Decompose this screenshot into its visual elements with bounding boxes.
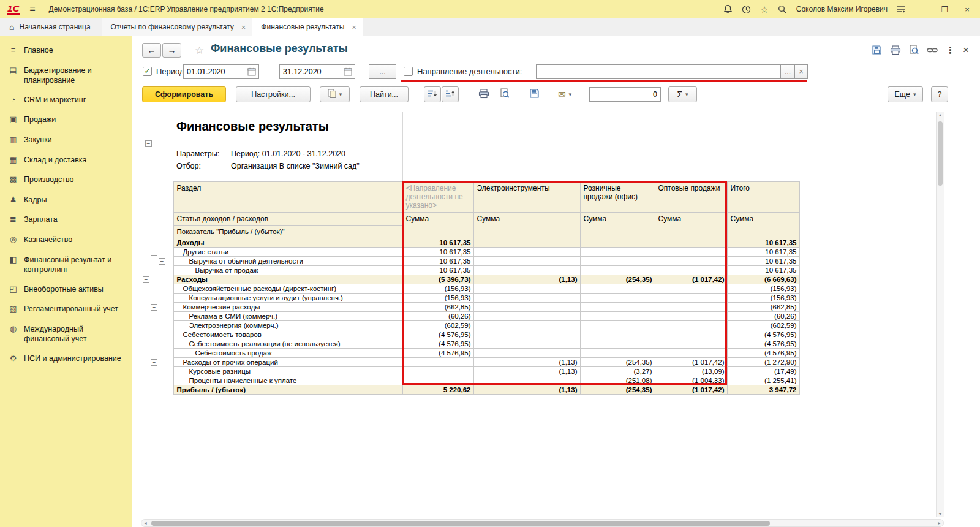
value-cell[interactable]: 10 617,35 (727, 257, 799, 266)
value-cell[interactable] (580, 266, 655, 275)
value-cell[interactable] (580, 294, 655, 303)
table-row[interactable]: −Коммерческие расходы(662,85)(662,85) (141, 303, 799, 312)
value-cell[interactable] (655, 248, 727, 257)
scroll-left-icon[interactable]: ◄ (143, 521, 148, 525)
value-cell[interactable] (580, 303, 655, 312)
row-label-cell[interactable]: Выручка от продаж (173, 266, 402, 275)
close-tab-icon[interactable]: × (241, 23, 246, 32)
value-cell[interactable] (655, 339, 727, 349)
value-cell[interactable] (655, 303, 727, 312)
horizontal-scrollbar-thumb[interactable] (151, 521, 770, 526)
sidebar-item-regulated[interactable]: ▧Регламентированный учет (0, 299, 132, 319)
value-cell[interactable]: (4 576,95) (727, 339, 799, 349)
direction-field[interactable] (536, 64, 781, 79)
row-label-cell[interactable]: Общехозяйственные расходы (директ-костин… (173, 284, 402, 294)
table-row[interactable]: −Другие статьи10 617,3510 617,35 (141, 248, 799, 257)
value-cell[interactable] (655, 330, 727, 339)
sidebar-item-sales[interactable]: ▣Продажи (0, 110, 132, 130)
value-cell[interactable] (655, 321, 727, 330)
collapse-expander[interactable]: − (151, 304, 157, 311)
value-cell[interactable] (473, 294, 580, 303)
period-from-field[interactable] (183, 64, 259, 79)
row-label-cell[interactable]: Себестоимость товаров (173, 330, 402, 339)
report-table[interactable]: Раздел<Направление деятельности не указа… (141, 181, 800, 395)
table-row[interactable]: Выручка от продаж10 617,3510 617,35 (141, 266, 799, 275)
sidebar-item-hr[interactable]: ♟Кадры (0, 190, 132, 210)
sidebar-item-salary[interactable]: ≣Зарплата (0, 210, 132, 230)
sort-descending-button[interactable] (424, 86, 441, 102)
value-cell[interactable] (580, 312, 655, 321)
collapse-expander[interactable]: − (159, 341, 165, 347)
table-row[interactable]: Себестоимость продаж(4 576,95)(4 576,95) (141, 349, 799, 358)
value-cell[interactable]: 5 220,62 (402, 385, 473, 395)
value-cell[interactable] (473, 312, 580, 321)
scroll-right-icon[interactable]: ► (937, 521, 941, 525)
value-cell[interactable]: (13,09) (655, 367, 727, 376)
tab-financial-results[interactable]: Финансовые результаты × (252, 18, 363, 36)
value-cell[interactable]: (1 017,42) (655, 358, 727, 367)
minimize-button[interactable]: – (915, 5, 929, 14)
value-cell[interactable] (655, 284, 727, 294)
more-button[interactable]: Еще ▾ (888, 86, 923, 102)
value-cell[interactable] (580, 330, 655, 339)
collapse-all-expander[interactable]: − (145, 140, 152, 147)
sidebar-item-main[interactable]: ≡Главное (0, 40, 132, 61)
print-report-button[interactable] (475, 86, 493, 102)
row-label-cell[interactable]: Проценты начисленные к уплате (173, 376, 402, 385)
more-actions-icon[interactable]: ⋮ (946, 45, 955, 55)
period-more-button[interactable]: ... (369, 64, 396, 79)
value-cell[interactable] (473, 330, 580, 339)
value-cell[interactable] (402, 376, 473, 385)
value-cell[interactable]: 3 947,72 (727, 385, 799, 395)
value-cell[interactable] (655, 312, 727, 321)
scroll-up-icon[interactable]: ▲ (937, 113, 944, 117)
value-cell[interactable]: (4 576,95) (402, 339, 473, 349)
direction-input[interactable] (537, 65, 780, 78)
value-cell[interactable] (473, 349, 580, 358)
row-label-cell[interactable]: Прибыль / (убыток) (173, 385, 402, 395)
sidebar-item-admin[interactable]: ⚙НСИ и администрирование (0, 349, 132, 369)
sidebar-item-treasury[interactable]: ◎Казначейство (0, 230, 132, 250)
collapse-expander[interactable]: − (143, 240, 149, 246)
close-form-icon[interactable]: × (963, 45, 969, 55)
value-cell[interactable]: (4 576,95) (402, 330, 473, 339)
value-cell[interactable]: (17,49) (727, 367, 799, 376)
help-button[interactable]: ? (931, 86, 948, 102)
sidebar-item-purchases[interactable]: ▥Закупки (0, 130, 132, 150)
value-cell[interactable]: (1,13) (473, 367, 580, 376)
table-row[interactable]: Электроэнергия (коммерч.)(602,59)(602,59… (141, 321, 799, 330)
value-cell[interactable]: (254,35) (580, 275, 655, 284)
row-label-cell[interactable]: Выручка от обычной деятельности (173, 257, 402, 266)
find-button[interactable]: Найти... (360, 86, 409, 102)
row-label-cell[interactable]: Консультационные услуги и аудит (управле… (173, 294, 402, 303)
value-cell[interactable] (655, 266, 727, 275)
value-cell[interactable] (580, 321, 655, 330)
table-row[interactable]: Прибыль / (убыток)5 220,62(1,13)(254,35)… (141, 385, 799, 395)
direction-checkbox[interactable] (404, 67, 413, 76)
value-cell[interactable] (580, 238, 655, 248)
value-cell[interactable] (580, 349, 655, 358)
table-row[interactable]: −Выручка от обычной деятельности10 617,3… (141, 257, 799, 266)
table-row[interactable]: Курсовые разницы(1,13)(3,27)(13,09)(17,4… (141, 367, 799, 376)
link-icon[interactable] (927, 47, 938, 54)
row-label-cell[interactable]: Себестоимость продаж (173, 349, 402, 358)
row-label-cell[interactable]: Доходы (173, 238, 402, 248)
print-icon[interactable] (890, 45, 901, 55)
calendar-icon[interactable] (344, 67, 355, 76)
value-cell[interactable] (473, 321, 580, 330)
table-row[interactable]: Проценты начисленные к уплате(251,08)(1 … (141, 376, 799, 385)
row-label-cell[interactable]: Расходы (173, 275, 402, 284)
save-report-button[interactable] (525, 86, 543, 102)
value-cell[interactable]: 10 617,35 (402, 257, 473, 266)
value-cell[interactable] (473, 303, 580, 312)
preview-icon[interactable] (909, 45, 919, 55)
value-cell[interactable] (655, 238, 727, 248)
value-cell[interactable]: (251,08) (580, 376, 655, 385)
sidebar-item-production[interactable]: ▩Производство (0, 170, 132, 190)
value-cell[interactable] (473, 266, 580, 275)
value-cell[interactable] (402, 367, 473, 376)
table-row[interactable]: −Общехозяйственные расходы (директ-кости… (141, 284, 799, 294)
value-cell[interactable] (580, 284, 655, 294)
row-label-cell[interactable]: Реклама в СМИ (коммерч.) (173, 312, 402, 321)
value-cell[interactable]: 10 617,35 (402, 238, 473, 248)
